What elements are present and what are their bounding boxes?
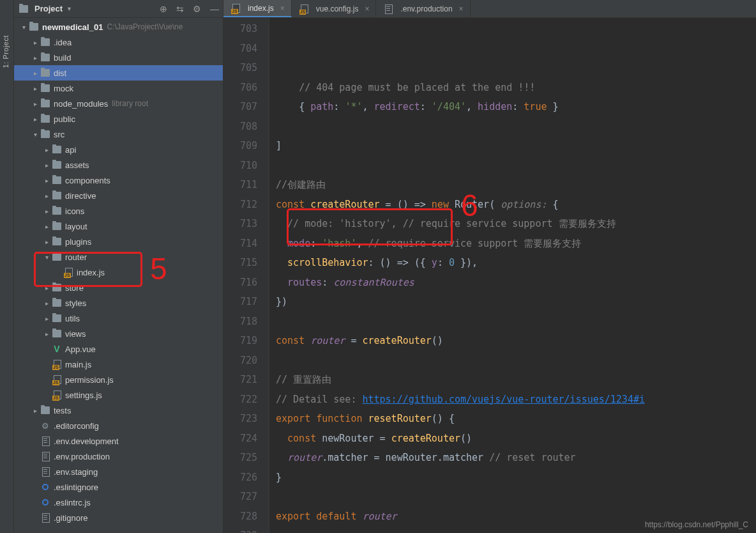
close-icon[interactable]: ×: [459, 4, 464, 13]
tree-arrow-icon[interactable]: ▸: [31, 116, 40, 123]
tree-row-permission-js[interactable]: permission.js: [14, 372, 223, 387]
tree-row--env-staging[interactable]: .env.staging: [14, 464, 223, 479]
tree-row-dist[interactable]: ▸dist: [14, 65, 223, 81]
code-line-725[interactable]: router.matcher = newRouter.matcher // re…: [276, 448, 756, 468]
code-line-710[interactable]: [276, 156, 756, 176]
minimize-icon[interactable]: —: [210, 4, 219, 13]
tree-arrow-icon[interactable]: ▸: [42, 315, 51, 322]
folder-icon: [51, 161, 63, 169]
code-line-703[interactable]: [276, 19, 756, 39]
tree-arrow-icon[interactable]: ▸: [42, 284, 51, 291]
code-line-707[interactable]: { path: '*', redirect: '/404', hidden: t…: [276, 97, 756, 117]
tree-arrow-icon[interactable]: ▸: [31, 100, 40, 107]
tree-row-main-js[interactable]: main.js: [14, 357, 223, 372]
locate-icon[interactable]: ⊕: [160, 4, 167, 13]
code-line-714[interactable]: mode: 'hash', // require service support…: [276, 234, 756, 254]
tree-row-build[interactable]: ▸build: [14, 50, 223, 65]
tab--env-production[interactable]: .env.production×: [376, 0, 470, 17]
tree-arrow-icon[interactable]: ▸: [42, 177, 51, 184]
project-tree[interactable]: ▾newmedical_01C:\JavaProject\Vue\ne▸.ide…: [14, 18, 223, 533]
expand-icon[interactable]: ⇆: [176, 4, 184, 13]
code-line-704[interactable]: [276, 39, 756, 59]
code-line-719[interactable]: const router = createRouter(): [276, 331, 756, 351]
code-line-722[interactable]: // Detail see: https://github.com/vuejs/…: [276, 390, 756, 410]
tree-row--env-development[interactable]: .env.development: [14, 433, 223, 449]
code-line-712[interactable]: const createRouter = () => new Router( o…: [276, 195, 756, 215]
tree-arrow-icon[interactable]: ▾: [31, 131, 40, 138]
tree-arrow-icon[interactable]: ▸: [31, 407, 40, 414]
annotation-number-6: 6: [461, 188, 478, 223]
project-panel-title[interactable]: Project ▼: [18, 4, 72, 13]
code-line-718[interactable]: [276, 312, 756, 332]
tree-arrow-icon[interactable]: ▸: [42, 162, 51, 169]
side-tool-window-bar[interactable]: 1: Project: [0, 0, 14, 533]
tree-label: layout: [65, 222, 87, 231]
tree-arrow-icon[interactable]: ▸: [42, 223, 51, 230]
code-line-720[interactable]: [276, 351, 756, 371]
tree-arrow-icon[interactable]: ▸: [31, 39, 40, 46]
tree-row-store[interactable]: ▸store: [14, 280, 223, 295]
tree-row-layout[interactable]: ▸layout: [14, 219, 223, 234]
code-line-723[interactable]: export function resetRouter() {: [276, 409, 756, 429]
tree-row-node-modules[interactable]: ▸node_moduleslibrary root: [14, 96, 223, 111]
tree-row-plugins[interactable]: ▸plugins: [14, 234, 223, 249]
code-line-716[interactable]: routes: constantRoutes: [276, 273, 756, 293]
tree-row-newmedical-01[interactable]: ▾newmedical_01C:\JavaProject\Vue\ne: [14, 19, 223, 35]
code-area[interactable]: // 404 page must be placed at the end !!…: [269, 18, 756, 533]
tree-arrow-icon[interactable]: ▸: [31, 54, 40, 61]
tree-arrow-icon[interactable]: ▸: [31, 70, 40, 77]
gutter-line-722: 722: [223, 390, 257, 410]
tree-row-styles[interactable]: ▸styles: [14, 295, 223, 311]
env-icon: [40, 452, 51, 461]
tree-arrow-icon[interactable]: ▸: [42, 208, 51, 215]
tree-arrow-icon[interactable]: ▸: [42, 300, 51, 307]
code-line-721[interactable]: // 重置路由: [276, 370, 756, 390]
code-line-708[interactable]: [276, 117, 756, 137]
tree-row-api[interactable]: ▸api: [14, 142, 223, 157]
tree-row--env-production[interactable]: .env.production: [14, 449, 223, 464]
code-line-717[interactable]: }): [276, 292, 756, 312]
tree-row-mock[interactable]: ▸mock: [14, 81, 223, 96]
code-line-711[interactable]: //创建路由: [276, 175, 756, 195]
tree-row--editorconfig[interactable]: ⚙.editorconfig: [14, 418, 223, 433]
tree-row-router[interactable]: ▾router: [14, 249, 223, 265]
tab-index-js[interactable]: index.js×: [223, 0, 292, 17]
tree-row-tests[interactable]: ▸tests: [14, 403, 223, 418]
tree-row-icons[interactable]: ▸icons: [14, 203, 223, 219]
tree-label: build: [54, 53, 71, 63]
tree-row-directive[interactable]: ▸directive: [14, 188, 223, 203]
code-line-727[interactable]: [276, 487, 756, 507]
tree-row-app-vue[interactable]: VApp.vue: [14, 341, 223, 357]
close-icon[interactable]: ×: [365, 4, 369, 13]
gear-icon[interactable]: ⚙: [193, 4, 201, 13]
tree-row--eslintignore[interactable]: .eslintignore: [14, 479, 223, 495]
code-line-705[interactable]: [276, 58, 756, 78]
code-line-709[interactable]: ]: [276, 136, 756, 156]
side-tab-project[interactable]: 1: Project: [0, 32, 11, 71]
tree-arrow-icon[interactable]: ▸: [42, 192, 51, 199]
tree-row-views[interactable]: ▸views: [14, 326, 223, 341]
tab-vue-config-js[interactable]: vue.config.js×: [292, 0, 377, 17]
tree-row-assets[interactable]: ▸assets: [14, 157, 223, 173]
tree-row-components[interactable]: ▸components: [14, 173, 223, 188]
code-line-715[interactable]: scrollBehavior: () => ({ y: 0 }),: [276, 253, 756, 273]
tree-arrow-icon[interactable]: ▸: [42, 146, 51, 153]
tree-arrow-icon[interactable]: ▸: [31, 85, 40, 92]
tree-row--eslintrc-js[interactable]: .eslintrc.js: [14, 495, 223, 510]
tree-row-src[interactable]: ▾src: [14, 127, 223, 142]
tree-arrow-icon[interactable]: ▾: [19, 24, 28, 31]
tree-arrow-icon[interactable]: ▾: [42, 254, 51, 261]
tree-row-index-js[interactable]: index.js: [14, 265, 223, 280]
code-line-706[interactable]: // 404 page must be placed at the end !!…: [276, 78, 756, 98]
tree-row--idea[interactable]: ▸.idea: [14, 35, 223, 50]
tree-row--gitignore[interactable]: .gitignore: [14, 510, 223, 525]
code-line-726[interactable]: }: [276, 468, 756, 488]
close-icon[interactable]: ×: [280, 4, 285, 13]
tree-row-public[interactable]: ▸public: [14, 111, 223, 127]
tree-arrow-icon[interactable]: ▸: [42, 330, 51, 337]
tree-row-settings-js[interactable]: settings.js: [14, 387, 223, 403]
code-line-713[interactable]: // mode: 'history', // require service s…: [276, 214, 756, 234]
code-line-724[interactable]: const newRouter = createRouter(): [276, 429, 756, 449]
tree-arrow-icon[interactable]: ▸: [42, 238, 51, 245]
tree-row-utils[interactable]: ▸utils: [14, 311, 223, 326]
